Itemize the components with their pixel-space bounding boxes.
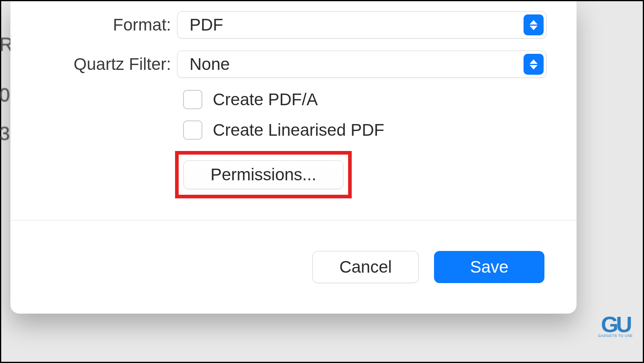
create-linearised-label: Create Linearised PDF (213, 120, 384, 140)
chevron-down-icon (530, 26, 538, 30)
format-row: Format: PDF (10, 11, 577, 39)
separator (10, 220, 577, 220)
quartz-filter-label: Quartz Filter: (10, 55, 177, 74)
permissions-button[interactable]: Permissions... (183, 160, 343, 189)
updown-icon (524, 54, 544, 75)
watermark-sub: GADGETS TO USE (598, 334, 633, 338)
create-pdfa-label: Create PDF/A (213, 90, 318, 109)
save-button[interactable]: Save (434, 251, 544, 283)
quartz-filter-value: None (190, 55, 230, 74)
create-linearised-checkbox[interactable] (183, 120, 202, 140)
format-value: PDF (190, 15, 223, 35)
create-pdfa-checkbox[interactable] (183, 90, 202, 109)
chevron-up-icon (530, 59, 538, 64)
export-dialog: Format: PDF Quartz Filter: None (10, 1, 577, 314)
create-pdfa-row: Create PDF/A (183, 90, 577, 109)
permissions-highlight-box: Permissions... (175, 151, 352, 198)
chevron-down-icon (530, 65, 538, 69)
watermark-logo: GU (598, 314, 633, 334)
watermark: GU GADGETS TO USE (598, 314, 633, 338)
chevron-up-icon (530, 20, 538, 24)
quartz-filter-row: Quartz Filter: None (10, 51, 577, 78)
format-select[interactable]: PDF (177, 11, 546, 39)
dialog-buttons: Cancel Save (312, 251, 544, 283)
quartz-filter-select[interactable]: None (177, 51, 546, 78)
updown-icon (524, 14, 544, 35)
create-linearised-row: Create Linearised PDF (183, 120, 577, 140)
format-label: Format: (10, 15, 177, 35)
cancel-button[interactable]: Cancel (312, 251, 419, 283)
